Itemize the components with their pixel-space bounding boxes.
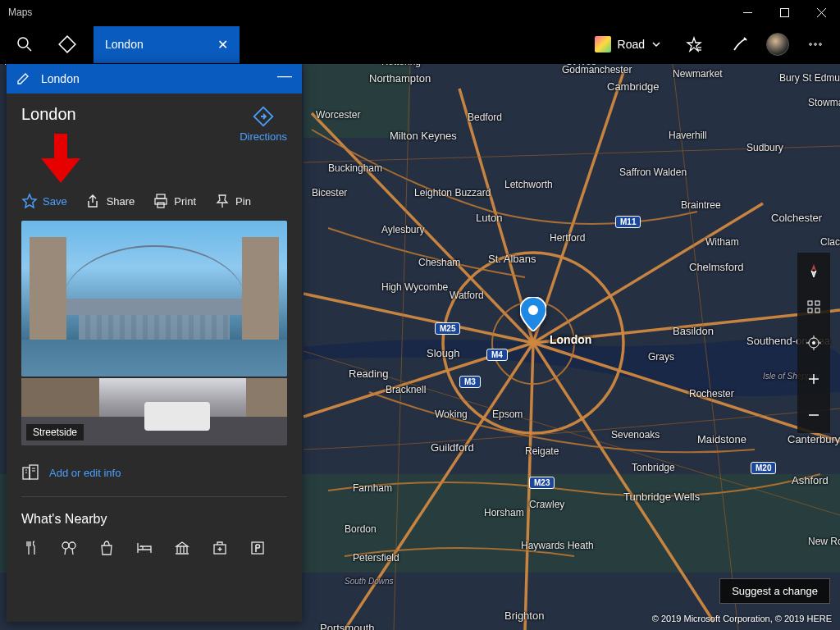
svg-point-26	[812, 341, 815, 345]
locate-me-button[interactable]	[797, 325, 830, 361]
panel-body: Directions London Save Share Print	[7, 94, 302, 622]
panel-header: London —	[7, 64, 302, 94]
restaurants-icon[interactable]	[21, 538, 41, 558]
svg-rect-23	[808, 308, 812, 313]
zoom-in-button[interactable]	[797, 361, 830, 397]
search-button[interactable]	[5, 25, 44, 64]
favorites-button[interactable]	[674, 25, 714, 64]
panel-header-text: London	[41, 72, 80, 85]
top-toolbar: London ✕ Road	[0, 25, 840, 64]
user-avatar[interactable]	[766, 33, 789, 56]
svg-rect-36	[157, 194, 165, 199]
add-edit-info-button[interactable]: Add or edit info	[21, 445, 287, 497]
map-style-icon	[595, 36, 611, 52]
annotation-red-arrow	[41, 134, 80, 183]
share-label: Share	[107, 195, 135, 208]
print-button[interactable]: Print	[153, 193, 196, 209]
titlebar: Maps	[0, 0, 840, 25]
save-button[interactable]: Save	[21, 193, 67, 209]
streetside-photo[interactable]: Streetside	[21, 378, 287, 445]
svg-marker-20	[811, 271, 816, 277]
map-style-label: Road	[618, 38, 645, 51]
actions-row: Save Share Print Pin	[21, 193, 287, 209]
svg-marker-19	[811, 264, 816, 271]
svg-rect-21	[808, 301, 812, 305]
banks-icon[interactable]	[172, 538, 192, 558]
zoom-out-button[interactable]	[797, 397, 830, 433]
minimize-button[interactable]	[729, 0, 766, 25]
parking-icon[interactable]	[248, 538, 267, 558]
place-panel: London — Directions London Save Share	[7, 64, 302, 622]
pin-button[interactable]: Pin	[214, 193, 251, 209]
hospitals-icon[interactable]	[210, 538, 230, 558]
share-button[interactable]: Share	[85, 193, 135, 209]
motorway-badge: M3	[459, 376, 481, 388]
svg-rect-15	[304, 64, 410, 138]
place-photo[interactable]	[21, 221, 287, 377]
motorway-badge: M11	[615, 216, 641, 228]
svg-line-5	[27, 47, 31, 51]
svg-rect-40	[30, 465, 38, 479]
search-result-tab[interactable]: London ✕	[94, 26, 240, 63]
app-title: Maps	[8, 7, 32, 18]
close-tab-icon[interactable]: ✕	[217, 37, 228, 52]
svg-point-4	[18, 38, 28, 48]
svg-point-45	[62, 542, 69, 549]
map-attribution: © 2019 Microsoft Corporation, © 2019 HER…	[652, 614, 832, 623]
svg-point-10	[810, 43, 812, 46]
whats-nearby-title: What's Nearby	[21, 512, 287, 527]
svg-rect-1	[781, 8, 789, 16]
streetside-label: Streetside	[26, 424, 84, 441]
map-pin[interactable]	[520, 297, 546, 335]
svg-rect-38	[158, 203, 164, 208]
attractions-icon[interactable]	[59, 538, 79, 558]
maximize-button[interactable]	[766, 0, 803, 25]
directions-label: Directions	[240, 130, 287, 143]
map-style-selector[interactable]: Road	[588, 28, 668, 61]
pin-label: Pin	[235, 195, 251, 208]
svg-point-18	[528, 305, 538, 315]
directions-icon-button[interactable]	[48, 25, 87, 64]
app-window: Maps London ✕ Road	[0, 0, 840, 630]
add-edit-label: Add or edit info	[49, 467, 121, 479]
svg-rect-39	[23, 468, 30, 479]
motorway-badge: M25	[435, 322, 460, 335]
compass-button[interactable]	[797, 253, 830, 289]
search-tab-label: London	[105, 38, 144, 51]
hotels-icon[interactable]	[135, 538, 154, 558]
suggest-change-button[interactable]: Suggest a change	[719, 578, 830, 604]
chevron-down-icon	[651, 39, 661, 49]
svg-rect-37	[155, 199, 167, 204]
svg-marker-7	[687, 38, 701, 51]
svg-rect-22	[815, 301, 819, 305]
collapse-panel-button[interactable]: —	[277, 68, 292, 83]
motorway-badge: M23	[529, 477, 555, 489]
more-button[interactable]	[796, 25, 835, 64]
motorway-badge: M4	[486, 349, 508, 361]
svg-rect-24	[815, 308, 819, 313]
svg-rect-6	[59, 36, 75, 52]
ink-button[interactable]	[720, 25, 760, 64]
save-label: Save	[43, 195, 67, 208]
print-label: Print	[174, 195, 196, 208]
pin-label: London	[550, 333, 591, 346]
motorway-badge: M20	[751, 462, 776, 474]
edit-icon[interactable]	[16, 72, 30, 85]
shopping-icon[interactable]	[97, 538, 116, 558]
svg-point-11	[815, 43, 817, 46]
svg-point-46	[69, 542, 75, 549]
svg-marker-35	[23, 194, 36, 208]
tilt-button[interactable]	[797, 289, 830, 325]
close-button[interactable]	[803, 0, 840, 25]
directions-button[interactable]: Directions	[240, 105, 287, 143]
svg-point-12	[819, 43, 822, 46]
nearby-category-row	[21, 538, 287, 558]
map-controls	[797, 253, 830, 433]
